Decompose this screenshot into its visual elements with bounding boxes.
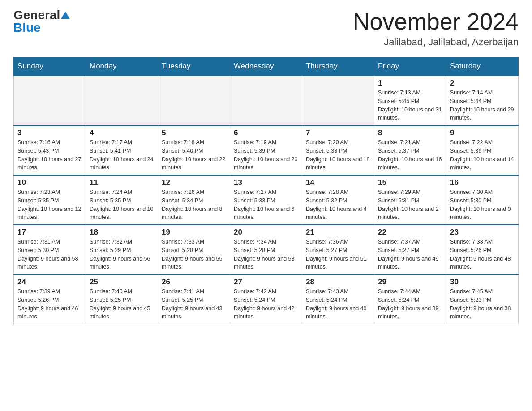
day-number: 22 bbox=[378, 228, 442, 237]
calendar-cell: 15Sunrise: 7:29 AM Sunset: 5:31 PM Dayli… bbox=[374, 175, 446, 225]
day-sun-info: Sunrise: 7:29 AM Sunset: 5:31 PM Dayligh… bbox=[378, 188, 442, 222]
day-sun-info: Sunrise: 7:23 AM Sunset: 5:35 PM Dayligh… bbox=[17, 188, 82, 222]
day-number: 30 bbox=[450, 278, 515, 287]
day-number: 5 bbox=[162, 128, 226, 137]
calendar-cell bbox=[86, 76, 158, 125]
day-number: 28 bbox=[306, 278, 370, 287]
calendar-cell: 23Sunrise: 7:38 AM Sunset: 5:26 PM Dayli… bbox=[446, 225, 519, 274]
day-sun-info: Sunrise: 7:34 AM Sunset: 5:28 PM Dayligh… bbox=[234, 238, 298, 271]
calendar-cell: 5Sunrise: 7:18 AM Sunset: 5:40 PM Daylig… bbox=[158, 125, 230, 175]
logo-blue-text: Blue bbox=[13, 21, 41, 34]
calendar-week-row: 10Sunrise: 7:23 AM Sunset: 5:35 PM Dayli… bbox=[14, 175, 519, 225]
day-sun-info: Sunrise: 7:37 AM Sunset: 5:27 PM Dayligh… bbox=[378, 238, 442, 271]
day-number: 13 bbox=[234, 178, 298, 187]
calendar-cell: 30Sunrise: 7:45 AM Sunset: 5:23 PM Dayli… bbox=[446, 274, 519, 324]
calendar-cell: 7Sunrise: 7:20 AM Sunset: 5:38 PM Daylig… bbox=[302, 125, 374, 175]
day-number: 17 bbox=[17, 228, 82, 237]
calendar-table: SundayMondayTuesdayWednesdayThursdayFrid… bbox=[13, 57, 519, 324]
calendar-cell: 22Sunrise: 7:37 AM Sunset: 5:27 PM Dayli… bbox=[374, 225, 446, 274]
day-sun-info: Sunrise: 7:28 AM Sunset: 5:32 PM Dayligh… bbox=[306, 188, 370, 222]
day-number: 11 bbox=[90, 178, 154, 187]
calendar-cell: 12Sunrise: 7:26 AM Sunset: 5:34 PM Dayli… bbox=[158, 175, 230, 225]
title-area: November 2024 Jalilabad, Jalilabad, Azer… bbox=[353, 9, 519, 48]
day-number: 8 bbox=[378, 128, 442, 137]
calendar-cell: 11Sunrise: 7:24 AM Sunset: 5:35 PM Dayli… bbox=[86, 175, 158, 225]
calendar-cell: 14Sunrise: 7:28 AM Sunset: 5:32 PM Dayli… bbox=[302, 175, 374, 225]
logo-triangle-icon bbox=[61, 12, 70, 19]
calendar-cell bbox=[14, 76, 86, 125]
day-sun-info: Sunrise: 7:43 AM Sunset: 5:24 PM Dayligh… bbox=[306, 287, 370, 321]
logo: General Blue bbox=[13, 9, 70, 34]
day-number: 25 bbox=[90, 278, 154, 287]
day-number: 23 bbox=[450, 228, 515, 237]
calendar-cell: 18Sunrise: 7:32 AM Sunset: 5:29 PM Dayli… bbox=[86, 225, 158, 274]
calendar-cell: 29Sunrise: 7:44 AM Sunset: 5:24 PM Dayli… bbox=[374, 274, 446, 324]
calendar-cell: 13Sunrise: 7:27 AM Sunset: 5:33 PM Dayli… bbox=[230, 175, 302, 225]
calendar-week-row: 24Sunrise: 7:39 AM Sunset: 5:26 PM Dayli… bbox=[14, 274, 519, 324]
calendar-cell: 8Sunrise: 7:21 AM Sunset: 5:37 PM Daylig… bbox=[374, 125, 446, 175]
calendar-cell: 1Sunrise: 7:13 AM Sunset: 5:45 PM Daylig… bbox=[374, 76, 446, 125]
day-sun-info: Sunrise: 7:30 AM Sunset: 5:30 PM Dayligh… bbox=[450, 188, 515, 222]
day-sun-info: Sunrise: 7:13 AM Sunset: 5:45 PM Dayligh… bbox=[378, 89, 442, 122]
day-number: 4 bbox=[90, 128, 154, 137]
day-number: 29 bbox=[378, 278, 442, 287]
calendar-cell: 2Sunrise: 7:14 AM Sunset: 5:44 PM Daylig… bbox=[446, 76, 519, 125]
day-number: 6 bbox=[234, 128, 298, 137]
calendar-cell: 4Sunrise: 7:17 AM Sunset: 5:41 PM Daylig… bbox=[86, 125, 158, 175]
day-number: 24 bbox=[17, 278, 82, 287]
day-of-week-header: Wednesday bbox=[230, 57, 302, 76]
day-sun-info: Sunrise: 7:27 AM Sunset: 5:33 PM Dayligh… bbox=[234, 188, 298, 222]
day-number: 16 bbox=[450, 178, 515, 187]
day-sun-info: Sunrise: 7:39 AM Sunset: 5:26 PM Dayligh… bbox=[17, 287, 82, 321]
calendar-cell: 6Sunrise: 7:19 AM Sunset: 5:39 PM Daylig… bbox=[230, 125, 302, 175]
day-number: 26 bbox=[162, 278, 226, 287]
day-number: 10 bbox=[17, 178, 82, 187]
day-sun-info: Sunrise: 7:16 AM Sunset: 5:43 PM Dayligh… bbox=[17, 138, 82, 172]
day-sun-info: Sunrise: 7:40 AM Sunset: 5:25 PM Dayligh… bbox=[90, 287, 154, 321]
day-number: 19 bbox=[162, 228, 226, 237]
day-sun-info: Sunrise: 7:44 AM Sunset: 5:24 PM Dayligh… bbox=[378, 287, 442, 321]
day-of-week-header: Thursday bbox=[302, 57, 374, 76]
day-sun-info: Sunrise: 7:42 AM Sunset: 5:24 PM Dayligh… bbox=[234, 287, 298, 321]
day-sun-info: Sunrise: 7:36 AM Sunset: 5:27 PM Dayligh… bbox=[306, 238, 370, 271]
day-of-week-header: Saturday bbox=[446, 57, 519, 76]
calendar-week-row: 1Sunrise: 7:13 AM Sunset: 5:45 PM Daylig… bbox=[14, 76, 519, 125]
calendar-cell: 16Sunrise: 7:30 AM Sunset: 5:30 PM Dayli… bbox=[446, 175, 519, 225]
calendar-cell: 26Sunrise: 7:41 AM Sunset: 5:25 PM Dayli… bbox=[158, 274, 230, 324]
day-number: 7 bbox=[306, 128, 370, 137]
day-number: 20 bbox=[234, 228, 298, 237]
month-title: November 2024 bbox=[353, 9, 519, 34]
day-sun-info: Sunrise: 7:19 AM Sunset: 5:39 PM Dayligh… bbox=[234, 138, 298, 172]
day-number: 15 bbox=[378, 178, 442, 187]
calendar-week-row: 17Sunrise: 7:31 AM Sunset: 5:30 PM Dayli… bbox=[14, 225, 519, 274]
day-sun-info: Sunrise: 7:38 AM Sunset: 5:26 PM Dayligh… bbox=[450, 238, 515, 271]
calendar-cell: 17Sunrise: 7:31 AM Sunset: 5:30 PM Dayli… bbox=[14, 225, 86, 274]
day-sun-info: Sunrise: 7:21 AM Sunset: 5:37 PM Dayligh… bbox=[378, 138, 442, 172]
calendar-cell bbox=[302, 76, 374, 125]
day-number: 14 bbox=[306, 178, 370, 187]
day-sun-info: Sunrise: 7:22 AM Sunset: 5:36 PM Dayligh… bbox=[450, 138, 515, 172]
calendar-cell: 19Sunrise: 7:33 AM Sunset: 5:28 PM Dayli… bbox=[158, 225, 230, 274]
day-of-week-header: Sunday bbox=[14, 57, 86, 76]
day-of-week-header: Tuesday bbox=[158, 57, 230, 76]
day-sun-info: Sunrise: 7:24 AM Sunset: 5:35 PM Dayligh… bbox=[90, 188, 154, 222]
page-header: General Blue November 2024 Jalilabad, Ja… bbox=[13, 9, 519, 48]
calendar-week-row: 3Sunrise: 7:16 AM Sunset: 5:43 PM Daylig… bbox=[14, 125, 519, 175]
calendar-cell: 27Sunrise: 7:42 AM Sunset: 5:24 PM Dayli… bbox=[230, 274, 302, 324]
calendar-cell: 20Sunrise: 7:34 AM Sunset: 5:28 PM Dayli… bbox=[230, 225, 302, 274]
day-sun-info: Sunrise: 7:18 AM Sunset: 5:40 PM Dayligh… bbox=[162, 138, 226, 172]
day-sun-info: Sunrise: 7:26 AM Sunset: 5:34 PM Dayligh… bbox=[162, 188, 226, 222]
location-label: Jalilabad, Jalilabad, Azerbaijan bbox=[353, 36, 519, 48]
calendar-cell: 3Sunrise: 7:16 AM Sunset: 5:43 PM Daylig… bbox=[14, 125, 86, 175]
calendar-cell: 24Sunrise: 7:39 AM Sunset: 5:26 PM Dayli… bbox=[14, 274, 86, 324]
day-sun-info: Sunrise: 7:14 AM Sunset: 5:44 PM Dayligh… bbox=[450, 89, 515, 122]
logo-general-text: General bbox=[13, 9, 60, 21]
day-of-week-header: Friday bbox=[374, 57, 446, 76]
day-number: 21 bbox=[306, 228, 370, 237]
day-sun-info: Sunrise: 7:45 AM Sunset: 5:23 PM Dayligh… bbox=[450, 287, 515, 321]
day-of-week-header: Monday bbox=[86, 57, 158, 76]
calendar-cell: 9Sunrise: 7:22 AM Sunset: 5:36 PM Daylig… bbox=[446, 125, 519, 175]
day-number: 2 bbox=[450, 79, 515, 88]
calendar-header-row: SundayMondayTuesdayWednesdayThursdayFrid… bbox=[14, 57, 519, 76]
day-number: 9 bbox=[450, 128, 515, 137]
